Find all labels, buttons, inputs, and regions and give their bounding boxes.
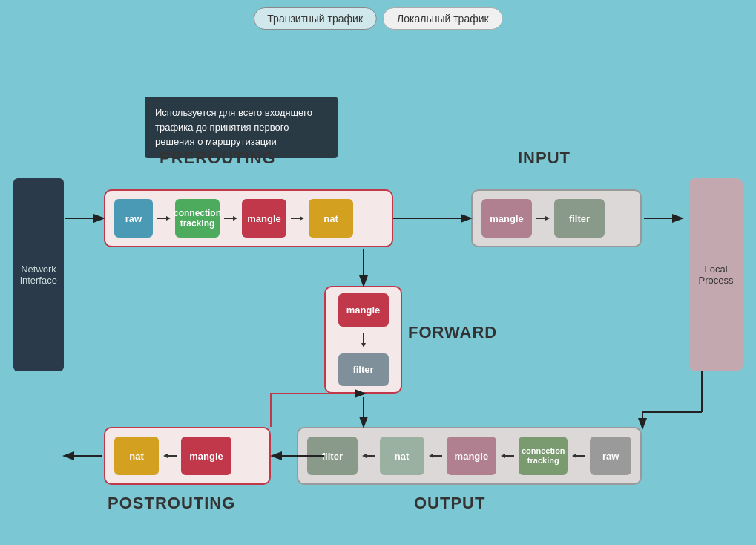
postrouting-mangle-block: mangle	[181, 437, 231, 475]
input-mangle-block: mangle	[481, 199, 532, 238]
arrow-icon	[429, 452, 442, 460]
svg-marker-15	[429, 454, 433, 458]
output-nat-block: nat	[380, 437, 424, 475]
output-conntrack-block: connectiontracking	[519, 437, 568, 475]
forward-filter-block: filter	[338, 353, 389, 387]
svg-marker-19	[572, 454, 576, 458]
postrouting-nat-block: nat	[114, 437, 159, 475]
input-filter-block: filter	[554, 199, 605, 238]
forward-label: FORWARD	[408, 323, 497, 342]
prerouting-mangle-block: mangle	[242, 199, 286, 238]
network-interface: Network interface	[13, 178, 64, 371]
input-chain: mangle filter	[471, 189, 642, 247]
tab-local[interactable]: Локальный трафик	[383, 7, 503, 30]
arrow-icon	[224, 215, 237, 222]
prerouting-label: PREROUTING	[160, 149, 276, 168]
svg-marker-1	[166, 216, 171, 221]
svg-marker-3	[233, 216, 237, 221]
arrow-icon	[501, 452, 514, 460]
postrouting-label: POSTROUTING	[108, 494, 235, 513]
arrow-icon	[157, 215, 171, 222]
forward-chain: mangle filter	[324, 286, 402, 394]
svg-marker-5	[300, 216, 304, 221]
prerouting-nat-block: nat	[309, 199, 353, 238]
arrow-icon	[291, 215, 304, 222]
prerouting-conntrack-block: connectiontracking	[175, 199, 220, 238]
postrouting-chain: nat mangle	[104, 427, 271, 485]
output-chain: filter nat mangle connectiontracking raw	[297, 427, 642, 485]
prerouting-raw-block: raw	[114, 199, 153, 238]
output-filter-block: filter	[307, 437, 358, 475]
output-label: OUTPUT	[414, 494, 485, 513]
arrow-icon	[362, 452, 375, 460]
local-process: Local Process	[689, 178, 743, 371]
input-label: INPUT	[518, 149, 571, 168]
output-mangle-block: mangle	[447, 437, 497, 475]
forward-mangle-block: mangle	[338, 293, 389, 327]
arrow-down-icon	[360, 333, 367, 347]
top-tabs: Транзитный трафик Локальный трафик	[253, 7, 502, 30]
arrow-icon	[572, 452, 585, 460]
arrow-icon	[536, 215, 550, 222]
svg-marker-9	[361, 343, 366, 347]
prerouting-chain: raw connectiontracking mangle nat	[104, 189, 393, 247]
tab-transit[interactable]: Транзитный трафик	[253, 7, 377, 30]
svg-marker-17	[501, 454, 505, 458]
arrow-icon	[163, 452, 177, 460]
svg-marker-11	[163, 454, 168, 458]
svg-marker-13	[362, 454, 367, 458]
output-raw-block: raw	[590, 437, 631, 475]
svg-marker-7	[545, 216, 550, 221]
